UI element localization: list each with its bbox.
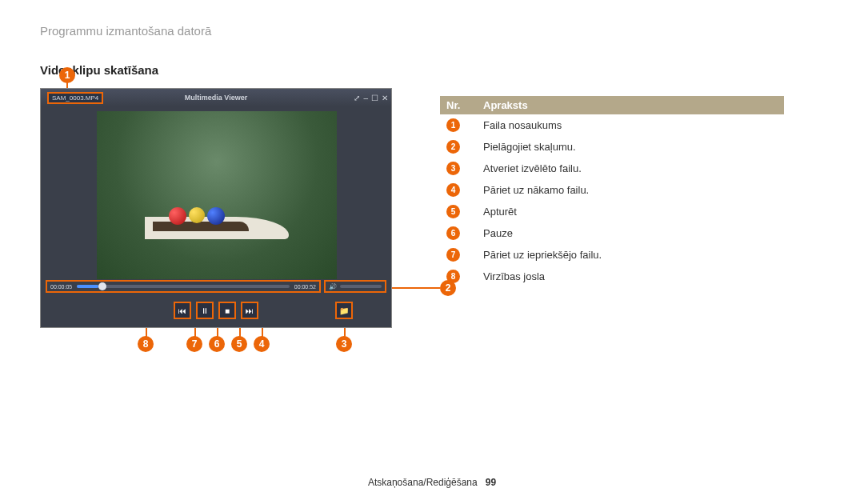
filename-label: SAM_0003.MP4 — [47, 92, 103, 104]
callout-5: 5 — [231, 336, 247, 352]
callout-leader — [392, 287, 440, 289]
callout-3: 3 — [336, 336, 352, 352]
minimize-icon[interactable]: – — [363, 94, 368, 102]
table-row: 4 Pāriet uz nākamo failu. — [440, 179, 784, 201]
row-badge: 1 — [446, 118, 460, 132]
stop-icon: ■ — [225, 306, 230, 315]
callout-6: 6 — [209, 336, 225, 352]
controls-bar: 00:00:05 00:00:52 🔊 — [46, 279, 386, 294]
table-row: 6 Pauze — [440, 222, 784, 244]
callout-2: 2 — [440, 280, 456, 296]
pause-icon: ⏸ — [201, 306, 209, 315]
section-title: Videoklipu skatīšana — [40, 63, 824, 77]
titlebar: SAM_0003.MP4 Multimedia Viewer ⤢ – ☐ ✕ — [41, 89, 391, 106]
table-row: 3 Atveriet izvēlēto failu. — [440, 158, 784, 179]
skip-next-icon: ⏭ — [246, 306, 254, 315]
prev-button[interactable]: ⏮ — [174, 302, 191, 319]
expand-icon[interactable]: ⤢ — [354, 94, 360, 102]
table-header-desc: Apraksts — [477, 96, 784, 114]
skip-prev-icon: ⏮ — [178, 306, 186, 315]
progress-knob[interactable] — [98, 282, 106, 290]
table-row: 8 Virzības josla — [440, 266, 784, 287]
table-row: 7 Pāriet uz iepriekšējo failu. — [440, 244, 784, 266]
stop-button[interactable]: ■ — [218, 302, 236, 319]
callout-7: 7 — [186, 336, 202, 352]
callout-4: 4 — [254, 336, 270, 352]
maximize-icon[interactable]: ☐ — [371, 94, 378, 102]
progress-fill — [77, 285, 98, 288]
open-file-button[interactable]: 📁 — [335, 302, 353, 319]
callout-1: 1 — [59, 67, 75, 83]
progress-bar[interactable]: 00:00:05 00:00:52 — [46, 280, 321, 293]
row-desc: Pauze — [477, 222, 784, 244]
row-desc: Pielāgojiet skaļumu. — [477, 136, 784, 158]
content-row: 1 SAM_0003.MP4 Multimedia Viewer ⤢ – ☐ ✕ — [40, 88, 824, 328]
row-badge: 4 — [446, 183, 460, 197]
row-badge: 3 — [446, 162, 460, 175]
video-background — [97, 111, 337, 279]
row-desc: Pāriet uz nākamo failu. — [477, 179, 784, 201]
table-header-nr: Nr. — [440, 96, 477, 114]
footer-section: Atskaņošana/Rediģēšana — [368, 477, 478, 488]
table-row: 1 Faila nosaukums — [440, 114, 784, 136]
video-player-window: SAM_0003.MP4 Multimedia Viewer ⤢ – ☐ ✕ — [40, 88, 392, 328]
callout-8: 8 — [138, 336, 154, 352]
close-icon[interactable]: ✕ — [382, 94, 388, 102]
row-desc: Apturēt — [477, 201, 784, 222]
folder-icon: 📁 — [339, 306, 349, 315]
time-current: 00:00:05 — [50, 284, 72, 290]
table-row: 5 Apturēt — [440, 201, 784, 222]
volume-track[interactable] — [340, 285, 382, 288]
player-area: 1 SAM_0003.MP4 Multimedia Viewer ⤢ – ☐ ✕ — [40, 88, 392, 328]
page-number: 99 — [486, 477, 496, 488]
table-row: 2 Pielāgojiet skaļumu. — [440, 136, 784, 158]
description-table: Nr. Apraksts 1 Faila nosaukums 2 Pielāgo… — [440, 96, 784, 287]
row-desc: Atveriet izvēlēto failu. — [477, 158, 784, 179]
next-button[interactable]: ⏭ — [241, 302, 258, 319]
video-subject-boat — [145, 207, 289, 239]
progress-track[interactable] — [77, 285, 290, 288]
row-badge: 5 — [446, 205, 460, 218]
breadcrumb: Programmu izmantošana datorā — [40, 24, 824, 38]
video-frame — [97, 111, 337, 279]
volume-icon: 🔊 — [329, 283, 337, 290]
row-badge: 2 — [446, 140, 460, 154]
volume-control[interactable]: 🔊 — [324, 280, 386, 293]
pause-button[interactable]: ⏸ — [196, 302, 214, 319]
row-badge: 7 — [446, 248, 460, 262]
footer: Atskaņošana/Rediģēšana 99 — [0, 477, 864, 488]
app-title: Multimedia Viewer — [185, 94, 247, 102]
time-total: 00:00:52 — [294, 284, 316, 290]
row-desc: Virzības josla — [477, 266, 784, 287]
row-desc: Faila nosaukums — [477, 114, 784, 136]
row-badge: 6 — [446, 226, 460, 240]
row-desc: Pāriet uz iepriekšējo failu. — [477, 244, 784, 266]
window-controls: ⤢ – ☐ ✕ — [354, 94, 388, 102]
